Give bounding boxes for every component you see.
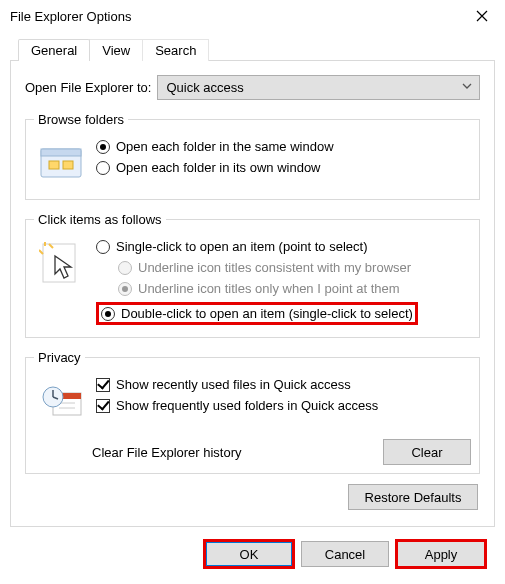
cancel-button[interactable]: Cancel (301, 541, 389, 567)
open-to-select[interactable]: Quick access (157, 75, 480, 100)
clear-button[interactable]: Clear (383, 439, 471, 465)
folder-window-icon (38, 139, 86, 187)
checkbox-icon (96, 399, 110, 413)
close-button[interactable] (459, 0, 505, 32)
svg-rect-1 (41, 149, 81, 156)
radio-icon (118, 282, 132, 296)
radio-underline-browser: Underline icon titles consistent with my… (118, 260, 418, 275)
tab-view[interactable]: View (89, 39, 143, 61)
radio-icon (96, 240, 110, 254)
close-icon (476, 10, 488, 22)
clear-history-label: Clear File Explorer history (92, 445, 383, 460)
check-frequent-folders[interactable]: Show frequently used folders in Quick ac… (96, 398, 378, 413)
browse-legend: Browse folders (34, 112, 128, 127)
open-to-value: Quick access (166, 80, 243, 95)
radio-icon (101, 307, 115, 321)
radio-label: Single-click to open an item (point to s… (116, 239, 367, 254)
check-label: Show frequently used folders in Quick ac… (116, 398, 378, 413)
tab-search[interactable]: Search (142, 39, 209, 61)
highlight-double-click: Double-click to open an item (single-cli… (96, 302, 418, 325)
radio-icon (96, 161, 110, 175)
checkbox-icon (96, 378, 110, 392)
radio-own-window[interactable]: Open each folder in its own window (96, 160, 334, 175)
apply-button[interactable]: Apply (397, 541, 485, 567)
radio-double-click[interactable]: Double-click to open an item (single-cli… (101, 306, 413, 321)
chevron-down-icon (461, 80, 473, 92)
open-to-label: Open File Explorer to: (25, 80, 151, 95)
radio-label: Open each folder in its own window (116, 160, 321, 175)
radio-icon (96, 140, 110, 154)
click-cursor-icon (38, 239, 86, 287)
radio-label: Underline icon titles only when I point … (138, 281, 400, 296)
window-title: File Explorer Options (10, 9, 459, 24)
history-clock-icon (38, 377, 86, 425)
click-legend: Click items as follows (34, 212, 166, 227)
check-label: Show recently used files in Quick access (116, 377, 351, 392)
check-recent-files[interactable]: Show recently used files in Quick access (96, 377, 378, 392)
svg-rect-2 (49, 161, 59, 169)
radio-icon (118, 261, 132, 275)
ok-button[interactable]: OK (205, 541, 293, 567)
svg-rect-3 (63, 161, 73, 169)
radio-single-click[interactable]: Single-click to open an item (point to s… (96, 239, 418, 254)
tab-general[interactable]: General (18, 39, 90, 61)
radio-same-window[interactable]: Open each folder in the same window (96, 139, 334, 154)
radio-underline-point: Underline icon titles only when I point … (118, 281, 418, 296)
radio-label: Double-click to open an item (single-cli… (121, 306, 413, 321)
radio-label: Open each folder in the same window (116, 139, 334, 154)
restore-defaults-button[interactable]: Restore Defaults (348, 484, 478, 510)
privacy-legend: Privacy (34, 350, 85, 365)
radio-label: Underline icon titles consistent with my… (138, 260, 411, 275)
